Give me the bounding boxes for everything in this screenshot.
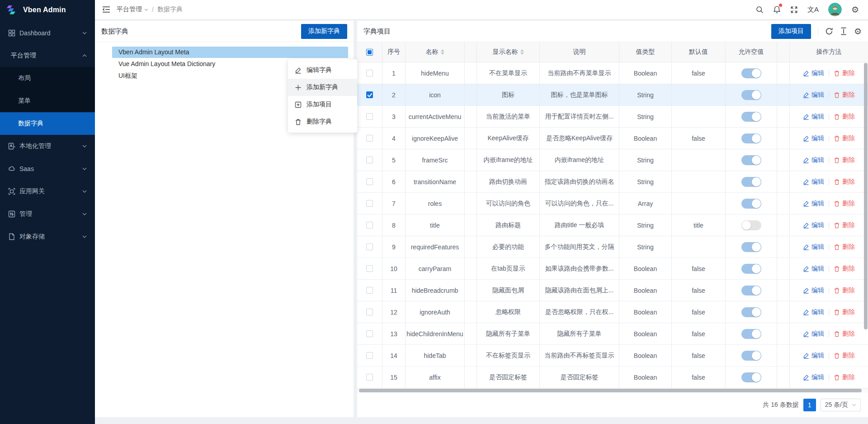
sidebar-item-menu[interactable]: 菜单 (0, 90, 95, 112)
delete-row-button[interactable]: 删除 (834, 200, 855, 208)
delete-row-button[interactable]: 删除 (834, 286, 855, 295)
delete-row-button[interactable]: 删除 (834, 352, 855, 360)
allow-null-toggle[interactable] (741, 307, 761, 317)
allow-null-toggle[interactable] (741, 264, 761, 274)
delete-row-button[interactable]: 删除 (834, 178, 855, 186)
allow-null-toggle[interactable] (741, 68, 761, 78)
select-all-checkbox[interactable] (366, 49, 373, 56)
edit-row-button[interactable]: 编辑 (803, 113, 824, 121)
row-height-icon[interactable] (840, 27, 847, 35)
user-avatar[interactable] (828, 3, 842, 16)
row-checkbox[interactable] (366, 330, 373, 337)
edit-row-button[interactable]: 编辑 (803, 200, 824, 208)
delete-row-button[interactable]: 删除 (834, 373, 855, 381)
edit-row-button[interactable]: 编辑 (803, 178, 824, 186)
row-checkbox[interactable] (366, 222, 373, 229)
row-checkbox[interactable] (366, 352, 373, 359)
refresh-icon[interactable] (825, 27, 833, 35)
context-menu-item-add-new-dictionary[interactable]: 添加新字典 (288, 79, 357, 96)
allow-null-toggle[interactable] (741, 133, 761, 143)
row-checkbox[interactable] (366, 374, 373, 381)
edit-row-button[interactable]: 编辑 (803, 134, 824, 143)
edit-row-button[interactable]: 编辑 (803, 330, 824, 338)
edit-row-button[interactable]: 编辑 (803, 265, 824, 273)
sidebar-item-app-gateway[interactable]: 应用网关 (0, 180, 95, 203)
delete-row-button[interactable]: 删除 (834, 243, 855, 251)
row-checkbox[interactable] (366, 157, 373, 163)
allow-null-toggle[interactable] (741, 220, 761, 230)
delete-row-button[interactable]: 删除 (834, 69, 855, 77)
sidebar-item-management[interactable]: 管理 (0, 203, 95, 225)
vertical-scrollbar[interactable] (863, 63, 868, 388)
edit-row-button[interactable]: 编辑 (803, 221, 824, 229)
breadcrumb-item-platform[interactable]: 平台管理 (117, 5, 148, 14)
sidebar-group-platform-management[interactable]: 平台管理 (0, 44, 95, 67)
allow-null-toggle[interactable] (741, 372, 761, 382)
allow-null-toggle[interactable] (741, 112, 761, 122)
menu-fold-icon[interactable] (102, 6, 110, 13)
column-header[interactable]: 显示名称 (477, 42, 540, 62)
context-menu-item-delete-dictionary[interactable]: 删除字典 (288, 113, 357, 130)
delete-row-button[interactable]: 删除 (834, 91, 855, 99)
row-checkbox[interactable] (366, 265, 373, 272)
row-checkbox[interactable] (366, 70, 373, 76)
delete-row-button[interactable]: 删除 (834, 221, 855, 229)
sidebar-item-layout[interactable]: 布局 (0, 67, 95, 90)
allow-null-toggle[interactable] (741, 90, 761, 100)
sidebar-item-data-dictionary[interactable]: 数据字典 (0, 112, 95, 135)
sort-caret-icon[interactable] (441, 49, 444, 55)
edit-row-button[interactable]: 编辑 (803, 308, 824, 316)
horizontal-scrollbar-thumb[interactable] (359, 389, 862, 392)
row-checkbox[interactable] (366, 243, 373, 250)
row-checkbox[interactable] (366, 309, 373, 315)
allow-null-toggle[interactable] (741, 351, 761, 361)
allow-null-toggle[interactable] (741, 286, 761, 295)
sidebar-item-saas[interactable]: Saas (0, 157, 95, 180)
search-icon[interactable] (756, 6, 764, 14)
row-checkbox[interactable] (366, 135, 373, 142)
delete-row-button[interactable]: 删除 (834, 308, 855, 316)
row-checkbox[interactable] (366, 200, 373, 207)
page-size-select[interactable]: 25 条/页 (821, 399, 861, 411)
add-dictionary-button[interactable]: 添加新字典 (301, 24, 347, 39)
edit-row-button[interactable]: 编辑 (803, 286, 824, 295)
edit-row-button[interactable]: 编辑 (803, 91, 824, 99)
add-item-button[interactable]: 添加项目 (771, 24, 811, 39)
allow-null-toggle[interactable] (741, 199, 761, 209)
sidebar-item-dashboard[interactable]: Dashboard (0, 22, 95, 44)
allow-null-toggle[interactable] (741, 329, 761, 339)
pagination-page-1[interactable]: 1 (803, 399, 816, 411)
delete-row-button[interactable]: 删除 (834, 113, 855, 121)
edit-row-button[interactable]: 编辑 (803, 156, 824, 164)
sort-caret-icon[interactable] (520, 49, 524, 55)
delete-row-button[interactable]: 删除 (834, 134, 855, 143)
logo[interactable]: Vben Admin (0, 0, 95, 20)
context-menu-item-edit-dictionary[interactable]: 编辑字典 (288, 62, 357, 79)
row-checkbox[interactable] (366, 178, 373, 185)
edit-row-button[interactable]: 编辑 (803, 352, 824, 360)
sidebar-item-object-storage[interactable]: 对象存储 (0, 225, 95, 248)
allow-null-toggle[interactable] (741, 155, 761, 165)
delete-row-button[interactable]: 删除 (834, 265, 855, 273)
fullscreen-icon[interactable] (790, 6, 798, 14)
context-menu-item-add-item[interactable]: 添加项目 (288, 96, 357, 113)
row-checkbox[interactable] (366, 91, 373, 98)
row-checkbox[interactable] (366, 287, 373, 294)
notification-bell-icon[interactable] (773, 5, 781, 14)
allow-null-toggle[interactable] (741, 242, 761, 252)
vertical-scrollbar-thumb[interactable] (864, 63, 868, 329)
translate-icon[interactable]: 文A (807, 5, 819, 14)
column-header[interactable]: 名称 (406, 42, 465, 62)
edit-row-button[interactable]: 编辑 (803, 243, 824, 251)
horizontal-scrollbar[interactable] (357, 388, 868, 393)
dictionary-list-item[interactable]: Vben Admin Layout Meta (112, 47, 348, 58)
settings-gear-icon[interactable]: ⚙ (851, 5, 859, 14)
row-checkbox[interactable] (366, 113, 373, 120)
delete-row-button[interactable]: 删除 (834, 156, 855, 164)
edit-row-button[interactable]: 编辑 (803, 69, 824, 77)
delete-row-button[interactable]: 删除 (834, 330, 855, 338)
allow-null-toggle[interactable] (741, 177, 761, 187)
column-settings-gear-icon[interactable]: ⚙ (854, 27, 862, 36)
sidebar-item-localization[interactable]: 本地化管理 (0, 135, 95, 157)
edit-row-button[interactable]: 编辑 (803, 373, 824, 381)
